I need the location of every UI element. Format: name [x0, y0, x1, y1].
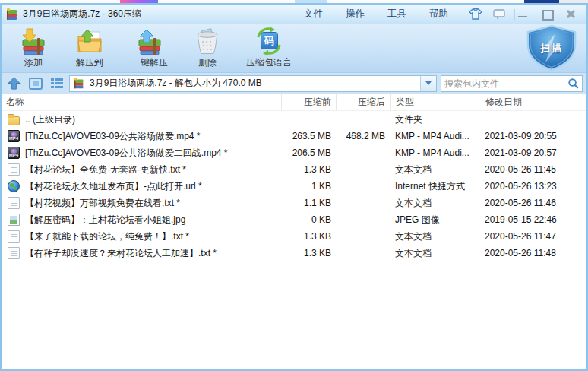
extract-to-button[interactable]: 解压到	[61, 24, 119, 69]
table-row[interactable]: 【解压密码】：上村花论坛看小姐姐.jpg 0 KB JPEG 图像 2019-0…	[2, 211, 586, 228]
table-row[interactable]: MP4 [ThZu.Cc]AVOVE03-09公共浴场做爱.mp4 * 263.…	[2, 128, 586, 144]
search-icon[interactable]	[567, 78, 579, 89]
menu-tools[interactable]: 工具	[376, 5, 418, 23]
menu-bar: 文件 操作 工具 帮助	[292, 5, 460, 23]
menu-file[interactable]: 文件	[292, 5, 334, 23]
file-list-body: .. (上级目录) 文件夹 MP4 [ThZu.Cc]AVOVE03-09公共浴…	[2, 111, 586, 366]
toolbar: 添加 解压到 一键解压	[2, 24, 586, 72]
file-name: 【解压密码】：上村花论坛看小姐姐.jpg	[25, 214, 185, 227]
column-header-type[interactable]: 类型	[390, 94, 479, 110]
add-button[interactable]: 添加	[6, 24, 61, 69]
skin-tshirt-icon[interactable]	[469, 8, 482, 20]
table-row[interactable]: .. (上级目录) 文件夹	[2, 111, 586, 128]
column-header-size-after[interactable]: 压缩后	[336, 94, 390, 110]
chevron-down-icon	[425, 81, 432, 85]
up-directory-button[interactable]	[5, 75, 23, 92]
archive-path-combobox[interactable]: 3月9日浴场两场.7z - 解包大小为 470.0 MB	[69, 75, 437, 92]
icon-view-button[interactable]	[27, 75, 44, 92]
table-row[interactable]: 【村花论坛】全免费-无套路-更新快.txt * 1.3 KB 文本文档 2020…	[2, 161, 586, 178]
size-before-cell: 0 KB	[281, 214, 336, 225]
file-type-cell: 文本文档	[390, 230, 479, 243]
delete-label: 删除	[198, 56, 217, 69]
file-type-cell: KMP - MP4 Audi...	[390, 131, 479, 141]
one-click-extract-icon	[134, 27, 165, 55]
archive-path-icon	[74, 78, 84, 88]
one-click-extract-label: 一键解压	[131, 56, 168, 69]
txt-file-icon	[8, 230, 20, 243]
txt-file-icon	[8, 197, 20, 209]
file-type-cell: 文本文档	[390, 163, 479, 176]
modified-date-cell: 2020-05-26 11:48	[479, 248, 586, 258]
folder-file-icon	[8, 116, 20, 125]
size-before-cell: 1.3 KB	[281, 231, 336, 242]
modified-date-cell: 2021-03-09 20:55	[479, 131, 586, 141]
file-name-cell: 【有种子却没速度？来村花论坛人工加速】.txt *	[2, 247, 281, 260]
maximize-button[interactable]	[541, 9, 553, 20]
file-type-cell: 文件夹	[390, 113, 479, 126]
column-header-name[interactable]: 名称	[2, 94, 281, 110]
file-name-cell: MP4 [ThZu.Cc]AVOVE03-09公共浴场做爱二回战.mp4 *	[2, 147, 281, 160]
table-row[interactable]: 【村花论坛永久地址发布页】-点此打开.url * 1 KB Internet 快…	[2, 178, 586, 195]
table-row[interactable]: MP4 [ThZu.Cc]AVOVE03-09公共浴场做爱二回战.mp4 * 2…	[2, 144, 586, 161]
add-archive-icon	[18, 27, 49, 55]
file-name-cell: MP4 [ThZu.Cc]AVOVE03-09公共浴场做爱.mp4 *	[2, 130, 281, 143]
detail-view-icon	[50, 78, 64, 90]
file-type-cell: 文本文档	[390, 197, 479, 210]
size-before-cell: 1.3 KB	[281, 248, 336, 258]
add-label: 添加	[24, 56, 43, 69]
table-row[interactable]: 【有种子却没速度？来村花论坛人工加速】.txt * 1.3 KB 文本文档 20…	[2, 245, 586, 262]
file-type-cell: JPEG 图像	[390, 214, 479, 227]
file-type-cell: 文本文档	[390, 247, 479, 260]
txt-file-icon	[8, 163, 20, 176]
archive-language-label: 压缩包语言	[246, 56, 292, 69]
archive-language-button[interactable]: 码 压缩包语言	[234, 24, 304, 69]
menu-action[interactable]: 操作	[334, 5, 376, 23]
archive-path-text: 3月9日浴场两场.7z - 解包大小为 470.0 MB	[90, 77, 262, 90]
file-type-cell: KMP - MP4 Audi...	[390, 147, 479, 158]
detail-view-button[interactable]	[48, 75, 65, 92]
titlebar-separator	[514, 9, 515, 20]
file-name-cell: 【解压密码】：上村花论坛看小姐姐.jpg	[2, 214, 281, 227]
extract-to-label: 解压到	[76, 56, 103, 69]
column-header-size-before[interactable]: 压缩前	[281, 94, 336, 110]
file-name: 【村花视频】万部视频免费在线看.txt *	[25, 197, 180, 210]
scan-label: 扫描	[540, 42, 563, 55]
feedback-bubble-icon[interactable]	[493, 9, 505, 20]
url-file-icon	[8, 180, 20, 192]
delete-button[interactable]: 删除	[181, 24, 234, 69]
search-box	[441, 75, 583, 92]
modified-date-cell: 2020-05-26 11:47	[479, 231, 586, 242]
file-list-header: 名称 压缩前 压缩后 类型 修改日期	[2, 94, 586, 111]
minimize-button[interactable]	[517, 9, 529, 20]
column-header-date[interactable]: 修改日期	[479, 94, 586, 110]
one-click-extract-button[interactable]: 一键解压	[119, 24, 181, 69]
modified-date-cell: 2020-05-26 11:45	[479, 164, 586, 175]
size-before-cell: 1 KB	[281, 181, 336, 192]
file-name-cell: 【来了就能下载的论坛，纯免费！】.txt *	[2, 230, 281, 243]
search-input[interactable]	[444, 78, 567, 89]
jpg-file-icon	[8, 214, 20, 226]
size-before-cell: 1.1 KB	[281, 198, 336, 208]
txt-file-icon	[8, 247, 20, 259]
scan-button[interactable]: 扫描	[521, 25, 582, 71]
table-row[interactable]: 【来了就能下载的论坛，纯免费！】.txt * 1.3 KB 文本文档 2020-…	[2, 228, 586, 245]
file-name: 【村花论坛永久地址发布页】-点此打开.url *	[25, 180, 202, 193]
close-button[interactable]	[565, 9, 577, 20]
menu-help[interactable]: 帮助	[418, 5, 460, 23]
mp4-file-icon: MP4	[8, 147, 20, 159]
up-arrow-icon	[7, 76, 21, 90]
titlebar-utility-icons	[469, 8, 505, 20]
window-title: 3月9日浴场两场.7z - 360压缩	[23, 8, 141, 21]
path-dropdown-button[interactable]	[420, 76, 436, 91]
file-name: 【有种子却没速度？来村花论坛人工加速】.txt *	[25, 247, 217, 260]
window-controls	[517, 9, 582, 20]
extract-to-icon	[74, 27, 105, 55]
archive-language-icon: 码	[254, 27, 284, 55]
size-after-cell: 468.2 MB	[336, 131, 390, 141]
file-name-cell: .. (上级目录)	[2, 113, 281, 126]
size-before-cell: 206.5 MB	[281, 147, 336, 158]
modified-date-cell: 2020-05-26 11:46	[479, 198, 586, 208]
trash-icon	[192, 27, 223, 55]
icon-view-icon	[29, 78, 43, 90]
table-row[interactable]: 【村花视频】万部视频免费在线看.txt * 1.1 KB 文本文档 2020-0…	[2, 195, 586, 211]
